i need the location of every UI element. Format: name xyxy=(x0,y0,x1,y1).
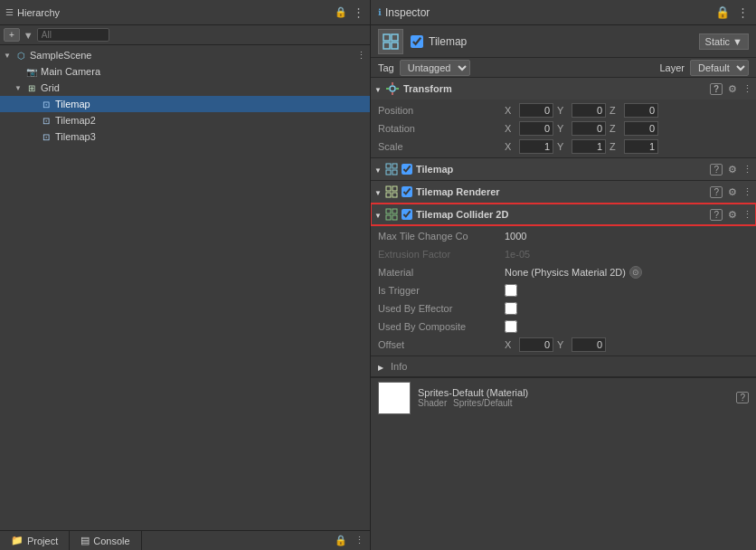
transform-component: Transform ? ⚙ ⋮ Position X Y xyxy=(371,78,756,158)
material-info: Sprites-Default (Material) Shader Sprite… xyxy=(418,387,729,408)
transform-settings-icon[interactable]: ⚙ xyxy=(728,83,737,95)
transform-help-icon[interactable]: ? xyxy=(710,83,723,95)
rotation-z-input[interactable] xyxy=(624,121,658,136)
svg-rect-10 xyxy=(392,164,397,168)
transform-icons: ? ⚙ ⋮ xyxy=(710,83,752,95)
collider-help-icon[interactable]: ? xyxy=(710,209,723,221)
scale-y-input[interactable] xyxy=(572,139,606,154)
material-shader-row: Shader Sprites/Default xyxy=(418,398,729,408)
info-expand-arrow xyxy=(378,361,383,372)
tilemap-enabled-checkbox[interactable] xyxy=(402,164,412,175)
renderer-help-icon[interactable]: ? xyxy=(710,186,723,198)
object-active-checkbox[interactable] xyxy=(411,35,423,48)
collider-icon xyxy=(385,208,398,221)
tilemap-component-section: Tilemap ? ⚙ ⋮ xyxy=(371,158,756,181)
tilemap-renderer-checkbox[interactable] xyxy=(402,186,412,197)
position-x-input[interactable] xyxy=(519,103,553,118)
rotation-values: X Y Z xyxy=(505,121,749,136)
collider-menu-icon[interactable]: ⋮ xyxy=(742,209,752,221)
tree-item-grid[interactable]: ▼ ⊞ Grid xyxy=(0,80,370,96)
hierarchy-menu-icon[interactable]: ⋮ xyxy=(353,5,364,19)
static-label: Static xyxy=(705,36,731,47)
tree-item-tilemap3[interactable]: ▶ ⊡ Tilemap3 xyxy=(0,128,370,145)
lock-icon[interactable]: 🔒 xyxy=(335,6,347,18)
extrusion-label: Extrusion Factor xyxy=(378,249,505,260)
shader-label: Shader xyxy=(418,398,447,408)
material-white-preview xyxy=(379,383,410,413)
add-dropdown-arrow: ▼ xyxy=(24,30,33,41)
scale-z-input[interactable] xyxy=(624,139,658,154)
position-z-input[interactable] xyxy=(624,103,658,118)
offset-y-input[interactable] xyxy=(572,337,606,352)
tilemap-menu-icon[interactable]: ⋮ xyxy=(742,164,752,175)
bottom-menu-icon[interactable]: ⋮ xyxy=(354,535,364,546)
transform-body: Position X Y Z Rotation xyxy=(371,100,756,157)
tilemap-settings-icon[interactable]: ⚙ xyxy=(728,164,737,175)
scale-x-input[interactable] xyxy=(519,139,553,154)
position-values: X Y Z xyxy=(505,103,749,118)
position-label: Position xyxy=(378,105,505,116)
offset-x-input[interactable] xyxy=(519,337,553,352)
inspector-lock-icon[interactable]: 🔒 xyxy=(715,5,730,19)
transform-menu-icon[interactable]: ⋮ xyxy=(742,83,752,95)
material-help-icon[interactable]: ? xyxy=(736,392,749,403)
renderer-settings-icon[interactable]: ⚙ xyxy=(728,186,737,198)
material-thumbnail[interactable] xyxy=(378,382,411,414)
hierarchy-search-input[interactable] xyxy=(37,28,109,42)
rotation-z-label: Z xyxy=(610,123,620,134)
inspector-content: Tilemap Static ▼ Tag Untagged Layer Defa… xyxy=(371,25,756,550)
used-by-composite-label: Used By Composite xyxy=(378,321,505,332)
is-trigger-row: Is Trigger xyxy=(371,281,756,299)
scene-icon: ⬡ xyxy=(14,49,27,62)
tilemap-component-header[interactable]: Tilemap ? ⚙ ⋮ xyxy=(371,158,756,180)
offset-label: Offset xyxy=(378,339,505,350)
tilemap-renderer-header[interactable]: Tilemap Renderer ? ⚙ ⋮ xyxy=(371,181,756,203)
add-object-button[interactable]: + xyxy=(4,28,20,42)
info-header[interactable]: Info xyxy=(371,356,756,376)
tree-label-tilemap3: Tilemap3 xyxy=(55,131,96,142)
tree-item-samplescene[interactable]: ▼ ⬡ SampleScene ⋮ xyxy=(0,47,370,63)
layer-dropdown[interactable]: Default xyxy=(690,60,749,76)
used-by-effector-checkbox[interactable] xyxy=(505,302,517,315)
bottom-tabs: 📁 Project ▤ Console 🔒 ⋮ xyxy=(0,530,370,550)
is-trigger-checkbox[interactable] xyxy=(505,284,517,297)
tilemap-collider-header[interactable]: Tilemap Collider 2D ? ⚙ ⋮ xyxy=(371,204,756,225)
svg-rect-3 xyxy=(392,43,398,49)
material-preview: Sprites-Default (Material) Shader Sprite… xyxy=(371,377,756,417)
collider-icons: ? ⚙ ⋮ xyxy=(710,209,752,221)
collider-settings-icon[interactable]: ⚙ xyxy=(728,209,737,221)
hierarchy-title: Hierarchy xyxy=(17,7,331,18)
static-button[interactable]: Static ▼ xyxy=(699,33,749,50)
scene-menu-icon[interactable]: ⋮ xyxy=(356,50,370,62)
tab-project-label: Project xyxy=(27,536,58,546)
tree-item-tilemap2[interactable]: ▶ ⊡ Tilemap2 xyxy=(0,112,370,128)
inspector-menu-icon[interactable]: ⋮ xyxy=(737,5,749,19)
transform-header[interactable]: Transform ? ⚙ ⋮ xyxy=(371,78,756,100)
tilemap-renderer-icons: ? ⚙ ⋮ xyxy=(710,186,752,198)
material-picker-btn[interactable]: ⊙ xyxy=(629,266,642,279)
bottom-lock-icon[interactable]: 🔒 xyxy=(335,535,347,546)
inspector-title: Inspector xyxy=(385,6,430,19)
rotation-y-input[interactable] xyxy=(572,121,606,136)
renderer-menu-icon[interactable]: ⋮ xyxy=(742,186,752,198)
tilemap-renderer-icon xyxy=(385,185,398,198)
tree-label-tilemap2: Tilemap2 xyxy=(55,115,96,126)
tree-item-tilemap[interactable]: ▶ ⊡ Tilemap xyxy=(0,96,370,112)
rotation-x-input[interactable] xyxy=(519,121,553,136)
transform-title: Transform xyxy=(403,83,706,94)
tilemap-help-icon[interactable]: ? xyxy=(710,164,723,175)
position-y-input[interactable] xyxy=(572,103,606,118)
tab-project[interactable]: 📁 Project xyxy=(0,531,70,551)
tilemap-comp-icon xyxy=(385,163,398,175)
svg-rect-18 xyxy=(392,209,397,213)
collider-expand-arrow xyxy=(374,209,382,220)
tree-item-main-camera[interactable]: ▶ 📷 Main Camera xyxy=(0,63,370,80)
tilemap-comp-title: Tilemap xyxy=(416,164,707,175)
collider-enabled-checkbox[interactable] xyxy=(402,209,412,220)
tag-dropdown[interactable]: Untagged xyxy=(400,60,470,76)
layer-label: Layer xyxy=(659,62,685,73)
object-icon xyxy=(378,29,403,54)
tab-console[interactable]: ▤ Console xyxy=(70,531,141,551)
used-by-composite-checkbox[interactable] xyxy=(505,320,517,333)
scale-row: Scale X Y Z xyxy=(371,138,756,156)
